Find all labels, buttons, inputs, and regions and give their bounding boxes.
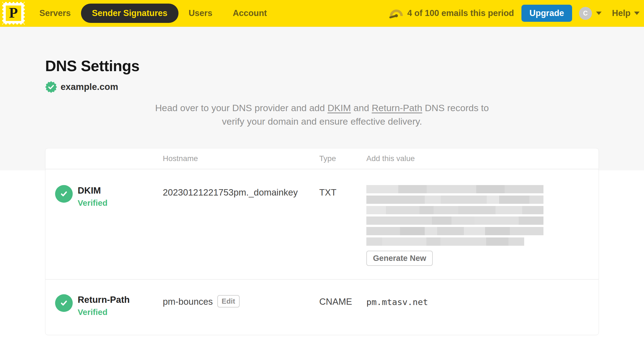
redacted-value-line	[366, 185, 543, 193]
page-title: DNS Settings	[45, 27, 599, 74]
intro-line1-pre: Head over to your DNS provider and add	[155, 103, 328, 113]
redacted-value-line	[366, 237, 524, 246]
domain-row: example.com	[45, 81, 599, 93]
nav-item-account[interactable]: Account	[223, 8, 277, 18]
status-badge: Verified	[78, 307, 130, 317]
record-cell: DKIM Verified	[45, 185, 163, 266]
logo-letter: P	[6, 6, 21, 21]
table-row-dkim: DKIM Verified 20230121221753pm._domainke…	[45, 169, 599, 279]
redacted-value-line	[366, 196, 543, 204]
hostname-cell: pm-bounces Edit	[163, 294, 319, 317]
hostname-value: 20230121221753pm._domainkey	[163, 187, 298, 198]
dkim-link[interactable]: DKIM	[328, 103, 351, 113]
dns-records-card: Hostname Type Add this value DKIM Verifi…	[45, 148, 599, 335]
table-header: Hostname Type Add this value	[45, 148, 599, 169]
hostname-value: pm-bounces	[163, 296, 213, 307]
redacted-value-line	[366, 227, 543, 235]
table-row-return-path: Return-Path Verified pm-bounces Edit CNA…	[45, 279, 599, 335]
nav-right-group: 4 of 100 emails this period Upgrade C He…	[389, 5, 640, 22]
header-value: Add this value	[366, 154, 599, 163]
nav-item-users[interactable]: Users	[178, 8, 223, 18]
type-cell: TXT	[319, 185, 366, 266]
dns-value: pm.mtasv.net	[366, 294, 588, 307]
intro-text: Head over to your DNS provider and add D…	[0, 101, 644, 128]
record-cell: Return-Path Verified	[45, 294, 163, 317]
main-content: DNS Settings example.com Head over to yo…	[0, 27, 644, 335]
top-nav: P Servers Sender Signatures Users Accoun…	[0, 0, 644, 27]
chevron-down-icon	[634, 12, 640, 15]
usage-meter: 4 of 100 emails this period	[389, 7, 514, 19]
type-cell: CNAME	[319, 294, 366, 317]
verified-check-icon	[55, 294, 73, 312]
postmark-logo[interactable]: P	[2, 2, 25, 25]
usage-text: 4 of 100 emails this period	[407, 8, 514, 18]
avatar[interactable]: C	[579, 7, 592, 20]
redacted-value-line	[366, 216, 543, 225]
redacted-value-line	[366, 206, 543, 214]
help-menu[interactable]: Help	[612, 8, 640, 18]
domain-name: example.com	[61, 82, 118, 92]
header-hostname: Hostname	[163, 154, 319, 163]
verified-seal-icon	[45, 81, 57, 93]
nav-item-sender-signatures[interactable]: Sender Signatures	[81, 4, 178, 23]
return-path-link[interactable]: Return-Path	[372, 103, 422, 113]
help-label: Help	[612, 8, 631, 18]
primary-nav: Servers Sender Signatures Users Account	[29, 4, 277, 23]
intro-line2: verify your domain and ensure effective …	[222, 116, 422, 127]
edit-hostname-button[interactable]: Edit	[217, 295, 240, 307]
generate-new-button[interactable]: Generate New	[366, 251, 433, 266]
nav-item-servers[interactable]: Servers	[29, 8, 81, 18]
chevron-down-icon	[596, 12, 602, 15]
record-name: Return-Path	[78, 294, 130, 305]
verified-check-icon	[55, 185, 73, 203]
status-badge: Verified	[78, 198, 107, 208]
value-cell: Generate New	[366, 185, 599, 266]
account-menu[interactable]: C	[579, 7, 602, 20]
hostname-cell: 20230121221753pm._domainkey	[163, 185, 319, 266]
value-cell: pm.mtasv.net	[366, 294, 599, 317]
gauge-icon	[389, 7, 403, 19]
nav-left-group: P Servers Sender Signatures Users Accoun…	[2, 2, 277, 25]
intro-line1-mid: and	[351, 103, 372, 113]
upgrade-button[interactable]: Upgrade	[521, 5, 572, 22]
record-name: DKIM	[78, 185, 107, 196]
header-type: Type	[319, 154, 366, 163]
intro-line1-post: DNS records to	[422, 103, 489, 113]
